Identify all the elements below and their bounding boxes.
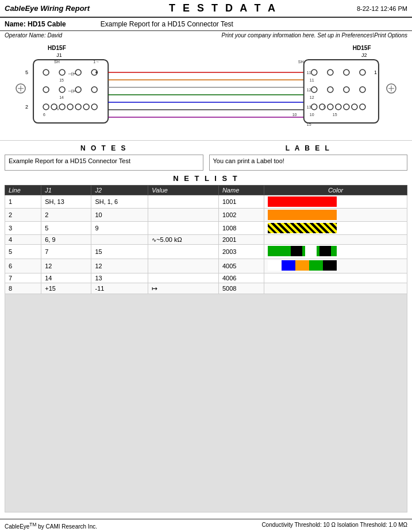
svg-text:2: 2 — [25, 104, 28, 110]
table-row: 46, 9∿~5.00 kΩ2001 — [5, 235, 407, 245]
j2-cell: 9 — [91, 222, 148, 235]
j2-cell: 13 — [91, 273, 148, 283]
table-row: 8+15-11↦5008 — [5, 283, 407, 294]
app-name: CableEye Wiring Report — [5, 4, 90, 13]
table-row: 1SH, 13SH, 1, 61001 — [5, 195, 407, 209]
value-cell: ↦ — [148, 283, 219, 294]
svg-text:SH: SH — [298, 60, 304, 64]
name-cell: 4006 — [218, 273, 264, 283]
report-title: T E S T D A T A — [169, 2, 278, 14]
svg-point-16 — [75, 104, 81, 110]
line-cell: 2 — [5, 209, 41, 222]
table-row: 3591008 — [5, 222, 407, 235]
notes-title: N O T E S — [5, 144, 203, 152]
svg-point-4 — [59, 70, 65, 75]
value-cell — [148, 222, 219, 235]
svg-text:10: 10 — [292, 113, 297, 117]
j2-cell: 10 — [91, 209, 148, 222]
svg-text:5: 5 — [25, 70, 28, 75]
col-j1: J1 — [41, 186, 91, 195]
svg-point-37 — [311, 70, 317, 75]
color-cell — [264, 209, 407, 222]
name-cell: 1008 — [218, 222, 264, 235]
svg-point-48 — [336, 104, 341, 110]
table-row: 714134006 — [5, 273, 407, 283]
j2-cell — [91, 235, 148, 245]
label-title: L A B E L — [209, 144, 408, 152]
j1-cell: 2 — [41, 209, 91, 222]
notes-section: N O T E S Example Report for a HD15 Conn… — [5, 144, 203, 171]
j1-cell: 12 — [41, 259, 91, 273]
svg-text:12: 12 — [307, 88, 311, 92]
table-row: 22101002 — [5, 209, 407, 222]
col-value: Value — [148, 186, 219, 195]
j1-cell: +15 — [41, 283, 91, 294]
svg-text:1: 1 — [374, 70, 377, 75]
col-name: Name — [218, 186, 264, 195]
j1-cell: 5 — [41, 222, 91, 235]
name-cell: 5008 — [218, 283, 264, 294]
name-cell: 2003 — [218, 245, 264, 259]
color-cell — [264, 283, 407, 294]
notes-label-section: N O T E S Example Report for a HD15 Conn… — [0, 140, 412, 174]
page: CableEye Wiring Report T E S T D A T A 8… — [0, 0, 412, 532]
svg-text:14: 14 — [59, 95, 64, 99]
svg-text:1→: 1→ — [93, 60, 99, 64]
name-cell: 1001 — [218, 195, 264, 209]
left-connector-id: J1 — [56, 52, 62, 58]
col-color: Color — [264, 186, 407, 195]
j1-cell: 7 — [41, 245, 91, 259]
svg-point-40 — [360, 70, 365, 75]
j2-cell: -11 — [91, 283, 148, 294]
datetime: 8-22-12 12:46 PM — [357, 5, 407, 12]
svg-point-49 — [344, 104, 349, 110]
footer-app-name: CableEye — [5, 523, 29, 530]
print-info: Print your company information here. Set… — [222, 32, 408, 38]
value-cell — [148, 245, 219, 259]
table-row: 57152003 — [5, 245, 407, 259]
j2-cell: 15 — [91, 245, 148, 259]
footer-right: Conductivity Threshold: 10 Ω Isolation T… — [261, 522, 407, 530]
svg-rect-75 — [309, 260, 323, 271]
svg-point-45 — [311, 104, 317, 110]
header-name-row: Name: HD15 Cable Example Report for a HD… — [0, 18, 412, 31]
svg-point-11 — [91, 87, 97, 92]
svg-point-9 — [59, 87, 65, 92]
cable-name-label: Name: HD15 Cable — [5, 20, 66, 28]
svg-point-14 — [59, 104, 65, 110]
svg-text:10: 10 — [310, 113, 314, 117]
j2-cell: 12 — [91, 259, 148, 273]
svg-text:15: 15 — [333, 113, 337, 117]
col-j2: J2 — [91, 186, 148, 195]
svg-point-43 — [344, 87, 349, 92]
svg-point-18 — [91, 104, 97, 110]
svg-text:11: 11 — [310, 78, 314, 82]
name-cell: 4005 — [218, 259, 264, 273]
svg-point-47 — [328, 104, 333, 110]
svg-text:15: 15 — [59, 78, 64, 82]
operator-name: Operator Name: David — [5, 32, 62, 38]
footer: CableEyeTM by CAMI Research Inc. Conduct… — [0, 519, 412, 532]
netlist-section: N E T L I S T Line J1 J2 Value Name Colo… — [0, 174, 412, 519]
value-cell — [148, 259, 219, 273]
netlist-title: N E T L I S T — [5, 174, 407, 183]
notes-content: Example Report for a HD15 Connector Test — [5, 155, 203, 171]
svg-point-12 — [43, 104, 49, 110]
svg-point-7 — [95, 71, 98, 74]
svg-point-41 — [311, 87, 317, 92]
line-cell: 7 — [5, 273, 41, 283]
svg-text:11: 11 — [307, 71, 311, 75]
svg-point-17 — [83, 104, 89, 110]
svg-text:⊣⊢: ⊣⊢ — [68, 88, 77, 94]
line-cell: 6 — [5, 259, 41, 273]
connector-svg: HD15F J1 HD15F J2 5 2 — [5, 40, 407, 137]
netlist-table: Line J1 J2 Value Name Color 1SH, 13SH, 1… — [5, 185, 407, 294]
right-connector-id: J2 — [361, 52, 367, 58]
empty-area — [5, 294, 407, 512]
svg-text:12: 12 — [310, 95, 314, 99]
j1-cell: SH, 13 — [41, 195, 91, 209]
label-content: You can print a Label too! — [209, 155, 408, 171]
trademark: TM — [29, 522, 36, 527]
label-section: L A B E L You can print a Label too! — [209, 144, 408, 171]
line-cell: 5 — [5, 245, 41, 259]
